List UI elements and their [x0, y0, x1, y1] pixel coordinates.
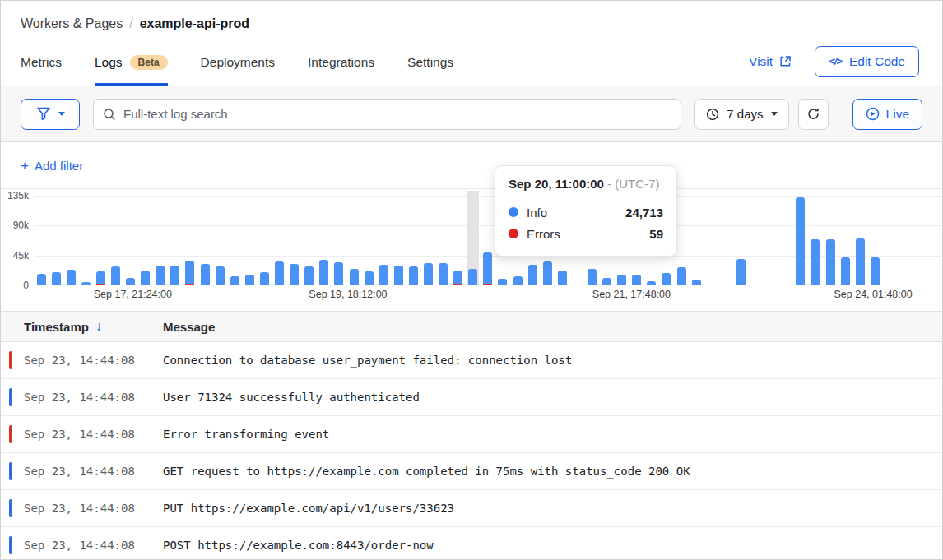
chart-bar-slot[interactable]: [212, 196, 227, 285]
log-volume-bar[interactable]: [170, 266, 179, 285]
chart-bar-slot[interactable]: [704, 196, 718, 285]
chart-bar-slot[interactable]: [138, 196, 153, 285]
chart-bar-slot[interactable]: [808, 196, 823, 285]
log-volume-bar[interactable]: [871, 257, 880, 285]
chart-bar-slot[interactable]: [913, 196, 927, 285]
chart-bar-slot[interactable]: [242, 196, 257, 285]
log-row[interactable]: Sep 23, 14:44:08 PUT https://example.com…: [1, 490, 942, 527]
tab-metrics[interactable]: Metrics: [21, 37, 62, 86]
log-volume-bar[interactable]: [365, 271, 374, 285]
log-volume-bar[interactable]: [245, 275, 254, 285]
tab-logs[interactable]: Logs Beta: [95, 37, 168, 86]
log-volume-bar[interactable]: [662, 273, 671, 285]
log-volume-bar[interactable]: [841, 257, 850, 285]
log-volume-bar[interactable]: [334, 262, 343, 285]
log-volume-bar[interactable]: [588, 269, 597, 285]
chart-bar-slot[interactable]: [764, 196, 778, 285]
log-row[interactable]: Sep 23, 14:44:08 POST https://example.co…: [1, 527, 942, 560]
chart-bar-slot[interactable]: [63, 196, 78, 285]
chart-bar-slot[interactable]: [391, 196, 406, 285]
log-volume-bar[interactable]: [290, 264, 299, 285]
log-volume-bar[interactable]: [216, 266, 225, 285]
log-volume-bar[interactable]: [409, 266, 418, 285]
log-volume-bar[interactable]: [304, 266, 314, 285]
chart-bar-slot[interactable]: [287, 196, 302, 285]
visit-link[interactable]: Visit: [749, 54, 792, 69]
chart-bar-slot[interactable]: [197, 196, 212, 285]
chart-bar-slot[interactable]: [376, 196, 391, 285]
chart-bar-slot[interactable]: [153, 196, 168, 285]
log-volume-bar[interactable]: [796, 197, 805, 285]
chart-bar-slot[interactable]: [793, 196, 808, 285]
chart-bar-slot[interactable]: [406, 196, 420, 285]
log-volume-bar[interactable]: [513, 276, 523, 285]
log-volume-bar[interactable]: [379, 265, 388, 285]
chart-bar-slot[interactable]: [749, 196, 764, 285]
log-volume-bar[interactable]: [856, 238, 865, 285]
chart-bar-slot[interactable]: [123, 196, 138, 285]
add-filter-button[interactable]: + Add filter: [21, 159, 83, 173]
chart-bar-slot[interactable]: [332, 196, 346, 285]
log-volume-bar[interactable]: [692, 280, 701, 285]
tab-integrations[interactable]: Integrations: [308, 37, 374, 86]
log-volume-bar[interactable]: [736, 259, 746, 285]
chart-bar-slot[interactable]: [838, 196, 852, 285]
chart-bar-slot[interactable]: [420, 196, 435, 285]
time-range-button[interactable]: 7 days: [694, 99, 788, 130]
refresh-button[interactable]: [798, 99, 829, 130]
log-row[interactable]: Sep 23, 14:44:08 GET request to https://…: [1, 453, 942, 490]
chart-bar-slot[interactable]: [108, 196, 123, 285]
log-volume-bar[interactable]: [617, 275, 626, 285]
chart-bar-slot[interactable]: [689, 196, 704, 285]
chart-bar-slot[interactable]: [778, 196, 793, 285]
log-volume-bar[interactable]: [350, 269, 359, 285]
log-volume-bar[interactable]: [498, 279, 507, 285]
log-volume-bar[interactable]: [677, 267, 686, 285]
log-volume-bar[interactable]: [141, 271, 150, 285]
search-input[interactable]: [93, 99, 681, 130]
log-volume-bar[interactable]: [156, 266, 165, 285]
log-volume-bar[interactable]: [558, 271, 567, 285]
chart-bar-slot[interactable]: [93, 196, 108, 285]
filter-dropdown-button[interactable]: [21, 99, 80, 130]
edit-code-button[interactable]: </> Edit Code: [815, 46, 919, 77]
chart-bar-slot[interactable]: [451, 196, 466, 285]
log-row[interactable]: Sep 23, 14:44:08 User 71324 successfully…: [1, 379, 942, 416]
log-volume-bar[interactable]: [543, 261, 552, 285]
log-volume-bar[interactable]: [260, 272, 269, 285]
log-volume-bar[interactable]: [230, 276, 239, 285]
chart-bar-slot[interactable]: [183, 196, 197, 285]
log-volume-bar[interactable]: [528, 265, 537, 285]
chart-bar-slot[interactable]: [882, 196, 897, 285]
chart-bar-slot[interactable]: [718, 196, 733, 285]
chart-bar-slot[interactable]: [481, 196, 495, 285]
chart-bar-slot[interactable]: [927, 196, 942, 285]
log-row[interactable]: Sep 23, 14:44:08 Connection to database …: [1, 342, 942, 379]
tab-settings[interactable]: Settings: [407, 37, 453, 86]
log-volume-bar[interactable]: [37, 274, 46, 285]
log-volume-bar[interactable]: [424, 263, 433, 285]
tab-deployments[interactable]: Deployments: [201, 37, 275, 86]
chart-bar-slot[interactable]: [852, 196, 867, 285]
log-volume-bar[interactable]: [185, 261, 194, 285]
log-volume-bar[interactable]: [111, 266, 120, 285]
live-button[interactable]: Live: [852, 99, 922, 130]
log-volume-bar[interactable]: [394, 266, 403, 285]
log-volume-bar[interactable]: [439, 263, 448, 285]
chart-bar-slot[interactable]: [257, 196, 272, 285]
log-volume-bar[interactable]: [468, 269, 477, 285]
chart-bar-slot[interactable]: [897, 196, 912, 285]
chart-bar-slot[interactable]: [78, 196, 93, 285]
chart-bar-slot[interactable]: [346, 196, 361, 285]
log-volume-bar[interactable]: [319, 260, 328, 285]
log-volume-bar[interactable]: [632, 275, 641, 285]
log-volume-bar[interactable]: [602, 278, 611, 285]
chart-bar-slot[interactable]: [49, 196, 63, 285]
log-volume-bar[interactable]: [126, 278, 135, 285]
log-row[interactable]: Sep 23, 14:44:08 Error transforming even…: [1, 416, 942, 453]
chart-bar-slot[interactable]: [34, 196, 49, 285]
chart-bar-slot[interactable]: [466, 196, 481, 285]
breadcrumb-section[interactable]: Workers & Pages: [21, 16, 123, 31]
column-header-timestamp[interactable]: Timestamp ↓: [1, 319, 163, 334]
chart-bar-slot[interactable]: [436, 196, 451, 285]
